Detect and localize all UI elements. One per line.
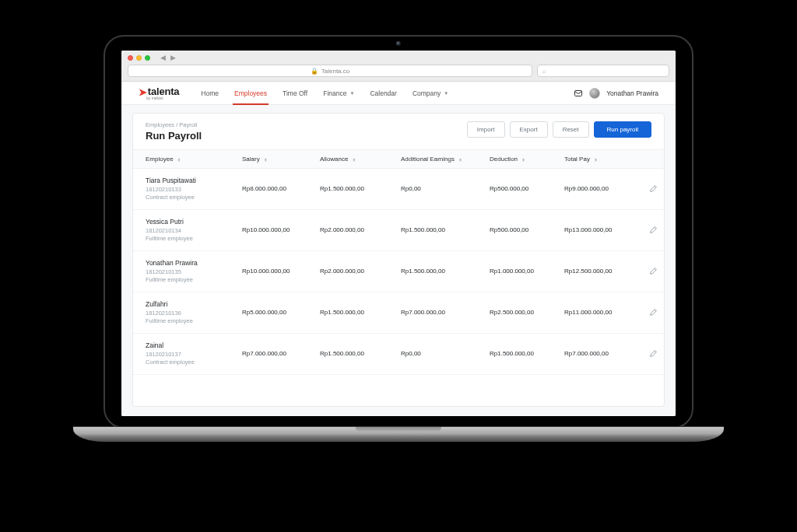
nav-item-employees[interactable]: Employees [226,82,275,104]
chevron-down-icon: ▼ [444,91,448,96]
forward-button[interactable]: ▶ [170,54,176,61]
allowance-cell: Rp1.500.000,00 [320,185,398,192]
laptop-frame: ◀ ▶ 🔒 Talenta.co ⌕ ➤ talenta [104,35,693,429]
laptop-base [73,426,724,442]
employee-id: 18120210135 [146,268,239,275]
employee-id: 18120210134 [146,227,239,234]
employee-name: Zainal [146,341,239,349]
payroll-table: Employee▲▼Salary▲▼Allowance▲▼Additional … [133,149,664,406]
employee-cell: Zulfahri18120210136Fulltime employee [146,300,239,324]
edit-button[interactable] [642,184,664,194]
nav-item-home[interactable]: Home [193,82,226,104]
chevron-down-icon: ▼ [349,91,354,96]
additional-cell: Rp1.500.000,00 [401,268,486,275]
employee-type: Contract employee [146,359,239,366]
brand-mark-icon: ➤ [139,86,147,98]
pencil-icon [649,266,658,277]
back-button[interactable]: ◀ [160,54,166,61]
browser-search-input[interactable]: ⌕ [537,65,669,77]
column-header-allowance[interactable]: Allowance▲▼ [320,156,398,163]
breadcrumb[interactable]: Employees / Payroll [146,121,202,128]
app-body: Employees / Payroll Run Payroll Import E… [121,105,676,416]
employee-name: Tiara Puspitawati [146,177,239,184]
browser-chrome: ◀ ▶ 🔒 Talenta.co ⌕ [121,51,676,82]
nav-item-label: Company [413,89,441,97]
sort-icon[interactable]: ▲▼ [177,158,181,161]
run-payroll-button[interactable]: Run payroll [594,121,651,138]
nav-item-finance[interactable]: Finance▼ [315,82,362,104]
column-header-label: Employee [146,156,174,163]
pencil-icon [649,307,658,318]
additional-cell: Rp0,00 [401,350,486,357]
column-header-label: Salary [242,156,260,163]
mail-icon[interactable] [574,89,583,98]
sort-icon[interactable]: ▲▼ [264,158,268,161]
employee-id: 18120210136 [146,310,239,317]
sort-icon[interactable]: ▲▼ [352,158,356,161]
deduction-cell: Rp500.000,00 [490,185,561,192]
total-cell: Rp7.000.000,00 [564,350,639,357]
employee-name: Yessica Putri [146,218,239,226]
pencil-icon [649,225,658,236]
sort-icon[interactable]: ▲▼ [521,158,525,161]
table-row: Yessica Putri18120210134Fulltime employe… [133,210,664,251]
additional-cell: Rp1.500.000,00 [401,226,486,233]
allowance-cell: Rp2.000.000,00 [320,226,398,233]
additional-cell: Rp0,00 [401,185,486,192]
total-cell: Rp11.000.000,00 [564,309,639,316]
edit-button[interactable] [642,225,664,236]
salary-cell: Rp7.000.000,00 [242,350,317,357]
employee-name: Zulfahri [146,300,239,308]
panel: Employees / Payroll Run Payroll Import E… [132,113,665,407]
table-row: Yonathan Prawira18120210135Fulltime empl… [133,251,664,292]
address-bar[interactable]: 🔒 Talenta.co [128,65,532,77]
export-button[interactable]: Export [510,121,548,138]
maximize-window-button[interactable] [145,55,150,61]
reset-button[interactable]: Reset [553,121,589,138]
total-cell: Rp13.000.000,00 [564,226,639,233]
search-icon: ⌕ [542,68,546,75]
table-row: Zulfahri18120210136Fulltime employeeRp5.… [133,292,664,334]
column-header-label: Total Pay [564,156,590,163]
total-cell: Rp9.000.000,00 [564,185,639,192]
employee-type: Fulltime employee [146,235,239,242]
salary-cell: Rp10.000.000,00 [242,226,317,233]
edit-button[interactable] [642,348,664,359]
action-bar: Import Export Reset Run payroll [467,121,651,138]
table-body: Tiara Puspitawati18120210133Contract emp… [133,169,664,406]
close-window-button[interactable] [128,55,133,61]
nav-item-label: Time Off [283,89,307,97]
sort-icon[interactable]: ▲▼ [594,158,598,161]
nav-item-time-off[interactable]: Time Off [275,82,315,104]
column-header-deduction[interactable]: Deduction▲▼ [490,156,561,163]
total-cell: Rp12.500.000,00 [564,268,639,275]
column-header-salary[interactable]: Salary▲▼ [242,156,317,163]
employee-type: Contract employee [146,194,239,201]
employee-cell: Yonathan Prawira18120210135Fulltime empl… [146,259,239,283]
pencil-icon [649,348,658,359]
nav-item-company[interactable]: Company▼ [405,82,456,104]
import-button[interactable]: Import [467,121,505,138]
column-header-total-pay[interactable]: Total Pay▲▼ [564,156,639,163]
window-controls [128,55,150,61]
brand-logo[interactable]: ➤ talenta by mekari [139,86,193,100]
page-title: Run Payroll [146,130,202,142]
salary-cell: Rp5.000.000,00 [242,309,317,316]
edit-button[interactable] [642,266,664,277]
table-header: Employee▲▼Salary▲▼Allowance▲▼Additional … [133,149,664,169]
edit-button[interactable] [642,307,664,318]
minimize-window-button[interactable] [136,55,142,61]
main-nav: HomeEmployeesTime OffFinance▼CalendarCom… [193,82,456,104]
column-header-additional-earnings[interactable]: Additional Earnings▲▼ [401,156,486,163]
deduction-cell: Rp2.500.000,00 [490,309,561,316]
salary-cell: Rp8.000.000,00 [242,185,317,192]
sort-icon[interactable]: ▲▼ [458,158,462,161]
column-header-employee[interactable]: Employee▲▼ [146,156,239,163]
nav-item-calendar[interactable]: Calendar [362,82,405,104]
employee-type: Fulltime employee [146,317,239,324]
user-name[interactable]: Yonathan Prawira [606,89,658,97]
nav-item-label: Calendar [370,89,397,97]
avatar[interactable] [589,88,600,99]
laptop-camera [396,41,401,46]
nav-item-label: Home [201,89,219,97]
